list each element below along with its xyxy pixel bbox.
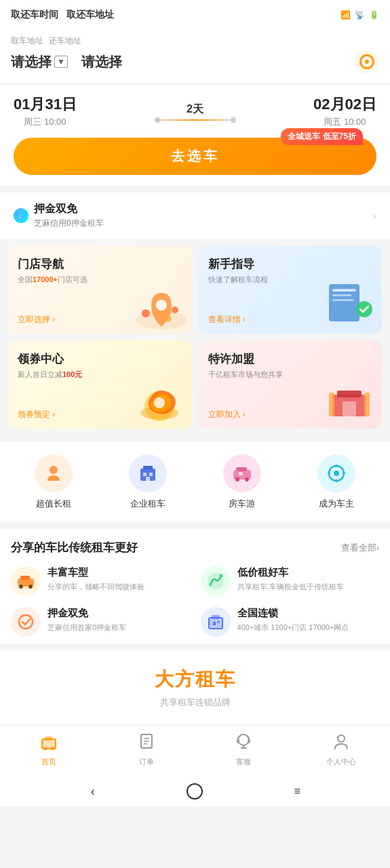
svg-rect-22	[149, 473, 153, 476]
svg-point-12	[154, 397, 165, 408]
status-time: 取还车时间 取还车地址	[11, 9, 114, 21]
svg-point-31	[335, 465, 338, 467]
lowprice-sub: 共享租车,车辆租金低于传统租车	[237, 582, 344, 592]
deposit-banner[interactable]: 💧 押金双免 芝麻信用0押金租车 ›	[0, 193, 390, 239]
svg-rect-15	[343, 401, 356, 416]
nationwide-text: 全国连锁 400+城市 1100+门店 17000+网点	[237, 607, 349, 633]
icon-item-beowner[interactable]: 成为车主	[317, 454, 355, 510]
beowner-icon	[317, 454, 355, 492]
signal-icon: 📡	[355, 10, 365, 20]
feature-more-label: 查看全部	[341, 542, 376, 554]
svg-point-4	[165, 315, 172, 322]
svg-rect-36	[20, 576, 30, 580]
icon-item-enterprise[interactable]: 企业租车	[129, 454, 167, 510]
richcar-sub: 分享的车，领略不同驾驶体验	[47, 582, 144, 592]
pickup-label: 取车地址	[11, 35, 43, 47]
date-section[interactable]: 01月31日 周三 10:00 2天 02月02日 周五 10:00 全城送车 …	[0, 85, 390, 186]
promo-badge: 全城送车 低至75折	[281, 128, 363, 145]
start-date-block[interactable]: 01月31日 周三 10:00	[14, 94, 77, 128]
card-nav-title: 门店导航	[18, 256, 182, 272]
rvtour-icon	[223, 454, 261, 492]
location-labels: 取车地址 还车地址	[11, 35, 379, 47]
svg-point-40	[219, 574, 222, 578]
deposit-icon: 💧	[14, 208, 28, 223]
deposit-title: 押金双免	[34, 202, 104, 216]
status-icons: 📶 📡 🔋	[340, 10, 379, 20]
deposit-info: 押金双免 芝麻信用0押金租车	[34, 202, 104, 229]
card-newbie-guide[interactable]: 新手指导 快速了解租车流程 查看详情 ›	[199, 245, 383, 334]
nodeposit-icon	[11, 607, 41, 637]
nav-profile[interactable]: 个人中心	[321, 732, 362, 767]
svg-rect-17	[364, 393, 370, 416]
nav-profile-icon	[332, 732, 350, 754]
nav-profile-label: 个人中心	[326, 757, 356, 767]
svg-rect-57	[237, 739, 239, 743]
gps-button[interactable]	[355, 50, 379, 74]
svg-point-27	[245, 477, 249, 481]
deposit-arrow-icon: ›	[372, 209, 376, 223]
card-coupon-center[interactable]: 领券中心 新人首日立减100元 领券预定 ›	[8, 340, 192, 429]
feature-title: 分享的车比传统租车更好	[11, 540, 138, 555]
menu-button[interactable]: ≡	[287, 781, 307, 802]
system-nav: ‹ ≡	[0, 776, 390, 806]
svg-rect-23	[146, 477, 150, 481]
svg-point-33	[328, 472, 330, 475]
wifi-icon: 📶	[340, 10, 351, 20]
brand-footer: 大方租车 共享租车连锁品牌	[0, 650, 390, 725]
svg-point-61	[338, 735, 345, 742]
return-select[interactable]: 请选择	[81, 53, 122, 71]
card-guide-title: 新手指导	[208, 256, 373, 272]
enterprise-label: 企业租车	[130, 498, 165, 510]
nodeposit-sub: 芝麻信用首家0押金租车	[47, 623, 126, 633]
feature-more-link[interactable]: 查看全部 ›	[341, 542, 379, 554]
longrent-icon	[35, 454, 73, 492]
nav-orders[interactable]: 订单	[126, 732, 167, 767]
nav-service[interactable]: 客服	[223, 732, 264, 767]
brand-tagline: 共享租车连锁品牌	[11, 696, 379, 709]
svg-rect-58	[248, 739, 250, 743]
back-button[interactable]: ‹	[83, 781, 103, 802]
card-franchise-title: 特许加盟	[208, 351, 373, 367]
date-row: 01月31日 周三 10:00 2天 02月02日 周五 10:00	[14, 94, 376, 128]
svg-rect-44	[212, 615, 220, 619]
start-date: 01月31日	[14, 94, 77, 115]
end-day: 周五 10:00	[313, 116, 376, 128]
svg-point-1	[156, 300, 167, 311]
svg-rect-28	[239, 472, 243, 475]
nationwide-icon	[201, 607, 231, 637]
nav-service-icon	[235, 732, 252, 754]
end-date-block[interactable]: 02月02日 周五 10:00	[313, 94, 376, 128]
svg-rect-45	[213, 622, 216, 625]
nav-home-label: 首页	[41, 757, 56, 767]
svg-rect-25	[236, 467, 247, 471]
richcar-title: 丰富车型	[47, 566, 144, 579]
svg-point-38	[28, 585, 33, 589]
svg-rect-16	[329, 393, 334, 416]
deposit-sub: 芝麻信用0押金租车	[34, 218, 104, 229]
home-button[interactable]	[187, 783, 203, 800]
feature-richcar: 丰富车型 分享的车，领略不同驾驶体验	[11, 566, 190, 596]
nav-home[interactable]: 首页	[28, 732, 69, 767]
nav-home-icon	[40, 732, 58, 754]
icon-item-longrent[interactable]: 超值长租	[35, 454, 73, 510]
card-franchise[interactable]: 特许加盟 千亿租车市场与您共享 立即加入 ›	[199, 340, 383, 429]
svg-point-41	[19, 615, 33, 629]
map-illustration	[131, 279, 192, 334]
cta-section: 全城送车 低至75折 去选车	[14, 138, 376, 175]
return-select-text: 请选择	[81, 53, 122, 71]
beowner-label: 成为车主	[319, 498, 354, 510]
icon-item-rvtour[interactable]: 房车游	[223, 454, 261, 510]
pickup-select[interactable]: 请选择 ▼	[11, 53, 68, 71]
richcar-icon	[11, 566, 41, 596]
nav-orders-label: 订单	[139, 757, 154, 767]
return-label: 还车地址	[49, 35, 81, 47]
feature-header: 分享的车比传统租车更好 查看全部 ›	[11, 540, 379, 555]
cards-grid: 门店导航 全国17000+门店可选 立即选择 › 新手指导 快速了解租车流程 查…	[0, 239, 390, 435]
card-store-nav[interactable]: 门店导航 全国17000+门店可选 立即选择 ›	[8, 245, 192, 334]
svg-point-9	[356, 301, 372, 317]
feature-nationwide: 全国连锁 400+城市 1100+门店 17000+网点	[201, 607, 380, 637]
svg-rect-49	[45, 736, 52, 741]
date-line	[155, 119, 236, 121]
pickup-select-text: 请选择	[11, 53, 52, 71]
brand-name: 大方租车	[11, 667, 379, 692]
